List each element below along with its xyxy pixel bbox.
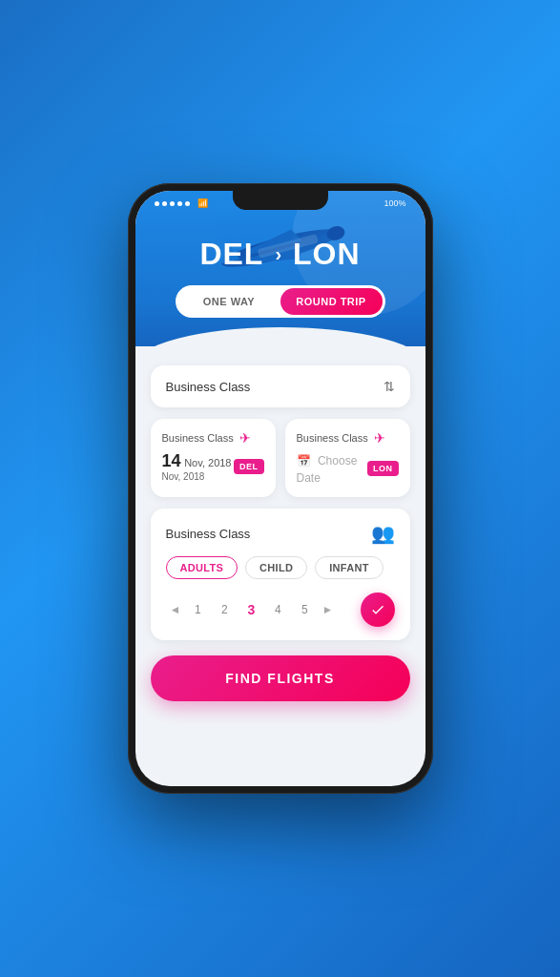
one-way-button[interactable]: ONE WAY <box>178 288 280 315</box>
infant-tab[interactable]: INFANT <box>315 556 384 579</box>
phone-frame: 📶 100% <box>128 183 433 794</box>
calendar-icon: 📅 <box>297 454 311 468</box>
group-icon: 👥 <box>371 522 395 545</box>
class-selector-label: Business Class <box>166 380 251 394</box>
signal-dots <box>155 201 190 206</box>
num-5[interactable]: 5 <box>291 596 318 623</box>
phone-screen: 📶 100% <box>135 191 425 786</box>
return-date-card[interactable]: Business Class ✈ 📅 Choose Date LON <box>285 419 410 497</box>
departure-class-label: Business Class ✈ <box>162 430 264 446</box>
destination-city: LON <box>293 237 361 272</box>
next-arrow[interactable]: ► <box>318 599 337 620</box>
find-flights-button[interactable]: FIND FLIGHTS <box>151 655 410 701</box>
battery-indicator: 100% <box>384 198 405 208</box>
wifi-icon: 📶 <box>197 198 208 208</box>
passenger-type-tabs: ADULTS CHILD INFANT <box>166 556 395 579</box>
departure-date-bottom: 14 Nov, 2018 Nov, 2018 DEL <box>162 451 264 482</box>
num-3[interactable]: 3 <box>238 596 264 623</box>
class-selector-card[interactable]: Business Class ⇅ <box>151 365 410 407</box>
date-row: Business Class ✈ 14 Nov, 2018 Nov, 2018 … <box>151 419 410 497</box>
num-2[interactable]: 2 <box>211 596 238 623</box>
return-city-badge: LON <box>367 461 399 476</box>
passengers-header: Business Class 👥 <box>166 522 395 545</box>
adults-tab[interactable]: ADULTS <box>166 556 239 579</box>
number-selector-row: ◄ 1 2 3 4 5 ► <box>166 592 395 627</box>
updown-icon: ⇅ <box>384 379 395 394</box>
return-class-label: Business Class ✈ <box>297 430 399 446</box>
choose-date-label: 📅 Choose Date <box>297 451 368 486</box>
route-arrow: › <box>275 243 281 265</box>
child-tab[interactable]: CHILD <box>245 556 307 579</box>
return-plane-icon: ✈ <box>374 430 385 446</box>
departure-date-value: 14 Nov, 2018 Nov, 2018 <box>162 451 232 482</box>
hero-section: DEL › LON ONE WAY ROUND TRIP <box>135 191 425 346</box>
route-display: DEL › LON <box>155 237 406 272</box>
departure-month: Nov, 2018 <box>162 471 232 482</box>
departure-plane-icon: ✈ <box>239 430 251 446</box>
return-date-bottom: 📅 Choose Date LON <box>297 451 399 486</box>
trip-type-toggle: ONE WAY ROUND TRIP <box>176 285 385 318</box>
passengers-label: Business Class <box>166 527 251 541</box>
passengers-card: Business Class 👥 ADULTS CHILD INFANT ◄ 1… <box>151 509 410 640</box>
content-area: Business Class ⇅ Business Class ✈ 14 <box>135 346 425 786</box>
confirm-selection-button[interactable] <box>361 592 395 627</box>
prev-arrow[interactable]: ◄ <box>166 599 185 620</box>
num-4[interactable]: 4 <box>264 596 291 623</box>
num-1[interactable]: 1 <box>184 596 211 623</box>
notch <box>233 191 328 210</box>
departure-date-card[interactable]: Business Class ✈ 14 Nov, 2018 Nov, 2018 … <box>151 419 276 497</box>
departure-city-badge: DEL <box>234 459 264 474</box>
checkmark-icon <box>370 602 385 617</box>
round-trip-button[interactable]: ROUND TRIP <box>280 288 383 315</box>
origin-city: DEL <box>199 237 263 272</box>
